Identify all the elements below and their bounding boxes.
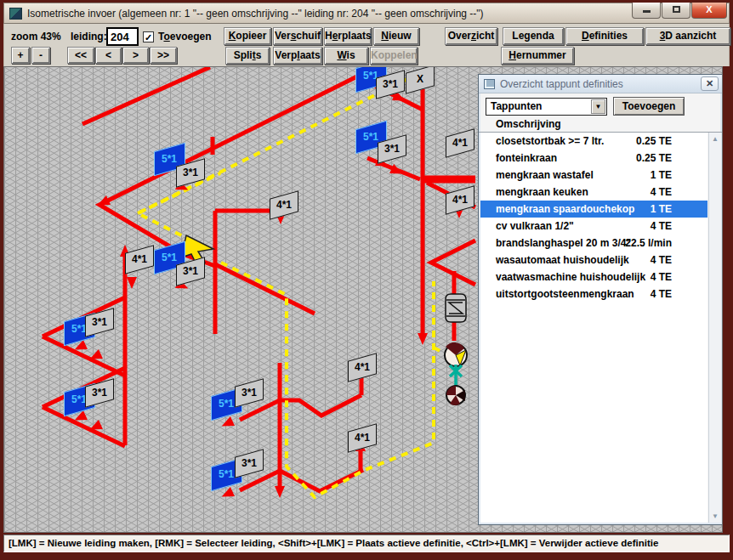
hernummer-button[interactable]: Hernummer (501, 47, 574, 65)
minimize-icon (643, 10, 651, 13)
list-item[interactable]: cv vulkraan 1/2"4 TE (480, 218, 707, 235)
kopieer-button[interactable]: Kopieer (224, 27, 271, 45)
minimize-button[interactable] (632, 3, 661, 19)
definities-button[interactable]: Definities (565, 27, 644, 45)
wis-button[interactable]: Wis (324, 47, 368, 65)
panel-title: Overzicht tappunt definities (500, 78, 623, 90)
panel-title-bar[interactable]: Overzicht tappunt definities ✕ (479, 75, 722, 93)
app-icon (9, 8, 22, 20)
close-button[interactable]: X (691, 3, 727, 19)
maximize-button[interactable] (662, 3, 690, 19)
chevron-down-icon[interactable]: ▼ (591, 99, 605, 114)
list-item[interactable]: mengkraan keuken4 TE (480, 184, 707, 201)
tappunt-definities-panel: Overzicht tappunt definities ✕ Tappunten… (478, 74, 723, 525)
list-scrollbar[interactable]: ▲ ▼ (708, 133, 721, 523)
list-item[interactable]: fonteinkraan0.25 TE (480, 150, 707, 167)
list-item[interactable]: wasautomaat huishoudelijk4 TE (480, 252, 707, 269)
status-hint-text: [LMK] = Nieuwe leiding maken, [RMK] = Se… (3, 535, 730, 552)
toolbar: zoom 43% leiding: ✓ Toevoegen Kopieer Ve… (3, 24, 730, 66)
verplaats-button[interactable]: Verplaats (273, 47, 322, 65)
leiding-label: leiding: (71, 31, 107, 42)
legenda-button[interactable]: Legenda (503, 27, 564, 45)
omschrijving-column-header: Omschrijving (496, 118, 561, 130)
last-leiding-button[interactable]: >> (150, 47, 177, 64)
herplaats-button[interactable]: Herplaats (324, 27, 372, 45)
overzicht-button[interactable]: Overzicht (445, 27, 497, 45)
leiding-number-input[interactable] (106, 27, 139, 46)
scroll-up-icon[interactable]: ▲ (709, 133, 721, 145)
scroll-down-icon[interactable]: ▼ (709, 510, 721, 523)
koppelen-button: Koppelen (370, 47, 418, 65)
verschuif-button[interactable]: Verschuif (273, 27, 322, 45)
list-item-selected[interactable]: mengkraan spaardouchekop1 TE (480, 201, 707, 218)
tappunten-dropdown[interactable]: Tappunten ▼ (486, 98, 607, 116)
app-window: Isometrische invoer (algemeen nr: 1 "-- … (0, 0, 733, 560)
next-leiding-button[interactable]: > (122, 47, 149, 64)
toevoegen-checkbox-label: Toevoegen (158, 31, 211, 42)
list-item[interactable]: uitstortgootsteenmengkraan4 TE (480, 286, 707, 303)
zoom-level-label: zoom 43% (11, 31, 61, 42)
zoom-out-button[interactable]: - (31, 47, 50, 64)
title-bar: Isometrische invoer (algemeen nr: 1 "-- … (3, 3, 730, 24)
maximize-icon (673, 6, 680, 13)
panel-close-button[interactable]: ✕ (701, 76, 719, 91)
close-icon: X (706, 4, 712, 14)
panel-icon (484, 79, 495, 89)
pump-icon (446, 386, 465, 405)
heat-exchanger-icon (446, 294, 466, 322)
3d-aanzicht-button[interactable]: 3D aanzicht (645, 27, 730, 45)
first-leiding-button[interactable]: << (67, 47, 94, 64)
prev-leiding-button[interactable]: < (95, 47, 122, 64)
isometric-drawing-canvas[interactable]: 5*13*1X5*13*14*14*15*13*14*14*15*13*15*1… (3, 66, 723, 533)
list-item[interactable]: vaatwasmachine huishoudelijk4 TE (480, 269, 707, 286)
splits-button[interactable]: Splits (225, 47, 270, 65)
nieuw-button[interactable]: Nieuw (373, 27, 419, 45)
toevoegen-checkbox[interactable]: ✓ (143, 31, 154, 42)
zoom-in-button[interactable]: + (11, 47, 30, 64)
tappunt-list: closetstortbak >= 7 ltr.0.25 TE fonteink… (480, 133, 707, 523)
list-item[interactable]: closetstortbak >= 7 ltr.0.25 TE (480, 133, 707, 150)
status-bar: [LMK] = Nieuwe leiding maken, [RMK] = Se… (3, 533, 730, 555)
window-title: Isometrische invoer (algemeen nr: 1 "-- … (27, 8, 484, 20)
list-item[interactable]: mengkraan wastafel1 TE (480, 167, 707, 184)
list-item[interactable]: brandslanghaspel 20 m 3/4"22.5 l/min (480, 235, 707, 252)
toevoegen-panel-button[interactable]: Toevoegen (613, 97, 685, 116)
